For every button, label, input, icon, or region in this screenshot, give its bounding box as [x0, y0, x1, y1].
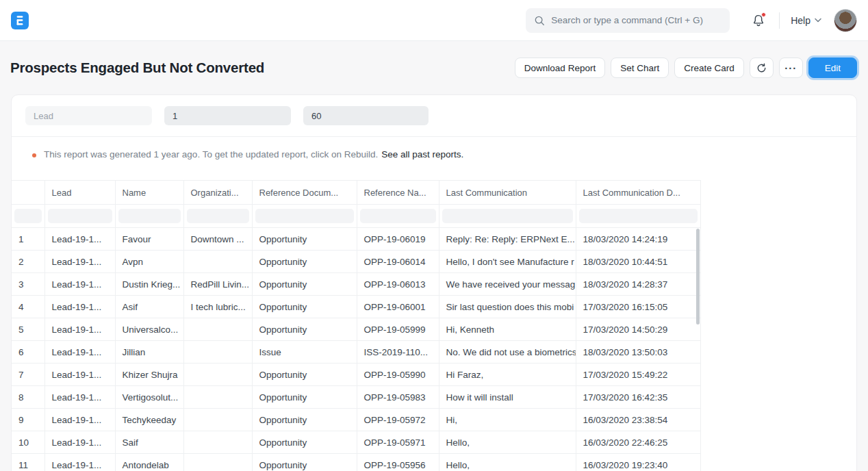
column-header-name[interactable]: Name [115, 181, 183, 205]
cell-reference-name[interactable]: OPP-19-05972 [357, 409, 439, 431]
edit-button[interactable]: Edit [808, 58, 857, 78]
cell-name[interactable]: Jillian [115, 341, 183, 364]
cell-lead[interactable]: Lead-19-1... [44, 454, 115, 471]
cell-index[interactable]: 3 [12, 273, 44, 296]
cell-name[interactable]: Avpn [115, 251, 183, 273]
cell-name[interactable]: Dustin Krieg... [115, 273, 183, 296]
cell-name[interactable]: Asif [115, 296, 183, 318]
lead-filter-input[interactable] [25, 106, 152, 125]
from-row-input[interactable] [164, 106, 291, 125]
cell-organization[interactable] [183, 386, 252, 409]
column-filter-input[interactable] [187, 209, 249, 223]
cell-last-communication-date[interactable]: 18/03/2020 13:50:03 [576, 341, 700, 364]
cell-reference-doctype[interactable]: Opportunity [252, 228, 357, 251]
table-vertical-scrollbar[interactable] [696, 229, 700, 324]
cell-name[interactable]: Favour [115, 228, 183, 251]
column-header-lead[interactable]: Lead [44, 181, 115, 205]
cell-last-communication[interactable]: Reply: Re: Reply: ERPNext E... [439, 228, 576, 251]
download-report-button[interactable]: Download Report [515, 58, 605, 78]
cell-organization[interactable] [183, 341, 252, 364]
see-past-reports-link[interactable]: See all past reports. [381, 149, 463, 160]
cell-last-communication[interactable]: No. We did not use a biometrics [439, 341, 576, 364]
cell-last-communication[interactable]: How it will install [439, 386, 576, 409]
cell-organization[interactable]: I tech lubric... [183, 296, 252, 318]
cell-last-communication[interactable]: We have received your messag [439, 273, 576, 296]
cell-last-communication-date[interactable]: 18/03/2020 14:28:37 [576, 273, 700, 296]
cell-reference-doctype[interactable]: Opportunity [252, 296, 357, 318]
cell-index[interactable]: 5 [12, 318, 44, 341]
cell-reference-doctype[interactable]: Opportunity [252, 409, 357, 431]
cell-last-communication-date[interactable]: 16/03/2020 23:38:54 [576, 409, 700, 431]
cell-reference-doctype[interactable]: Opportunity [252, 364, 357, 386]
cell-last-communication-date[interactable]: 16/03/2020 22:46:25 [576, 431, 700, 454]
cell-index[interactable]: 1 [12, 228, 44, 251]
cell-name[interactable]: Khizer Shujra [115, 364, 183, 386]
set-chart-button[interactable]: Set Chart [611, 58, 669, 78]
cell-reference-name[interactable]: OPP-19-06019 [357, 228, 439, 251]
cell-last-communication[interactable]: Hello, [439, 454, 576, 471]
column-header-last-communication-date[interactable]: Last Communication D... [576, 181, 700, 205]
cell-lead[interactable]: Lead-19-1... [44, 228, 115, 251]
cell-reference-doctype[interactable]: Opportunity [252, 431, 357, 454]
column-filter-input[interactable] [360, 209, 436, 223]
cell-reference-doctype[interactable]: Opportunity [252, 251, 357, 273]
cell-name[interactable]: Techykeeday [115, 409, 183, 431]
more-menu-button[interactable]: ··· [779, 58, 803, 78]
cell-index[interactable]: 10 [12, 431, 44, 454]
cell-reference-doctype[interactable]: Opportunity [252, 386, 357, 409]
create-card-button[interactable]: Create Card [674, 58, 744, 78]
column-filter-input[interactable] [14, 209, 42, 223]
cell-lead[interactable]: Lead-19-1... [44, 296, 115, 318]
cell-last-communication-date[interactable]: 17/03/2020 14:50:29 [576, 318, 700, 341]
cell-reference-name[interactable]: ISS-2019-110... [357, 341, 439, 364]
cell-name[interactable]: Antondelab [115, 454, 183, 471]
column-filter-input[interactable] [118, 209, 181, 223]
cell-organization[interactable]: Downtown ... [183, 228, 252, 251]
cell-organization[interactable] [183, 318, 252, 341]
column-header-index[interactable] [12, 181, 44, 205]
cell-last-communication-date[interactable]: 17/03/2020 16:15:05 [576, 296, 700, 318]
notifications-button[interactable] [752, 14, 765, 27]
cell-reference-doctype[interactable]: Opportunity [252, 318, 357, 341]
cell-organization[interactable] [183, 364, 252, 386]
cell-lead[interactable]: Lead-19-1... [44, 341, 115, 364]
cell-reference-name[interactable]: OPP-19-06013 [357, 273, 439, 296]
cell-lead[interactable]: Lead-19-1... [44, 251, 115, 273]
cell-last-communication[interactable]: Hello, I don't see Manufacture r [439, 251, 576, 273]
column-header-last-communication[interactable]: Last Communication [439, 181, 576, 205]
cell-reference-name[interactable]: OPP-19-06014 [357, 251, 439, 273]
cell-reference-name[interactable]: OPP-19-05983 [357, 386, 439, 409]
cell-reference-doctype[interactable]: Opportunity [252, 273, 357, 296]
column-filter-input[interactable] [48, 209, 112, 223]
cell-reference-doctype[interactable]: Opportunity [252, 454, 357, 471]
cell-lead[interactable]: Lead-19-1... [44, 409, 115, 431]
refresh-button[interactable] [750, 58, 774, 78]
cell-lead[interactable]: Lead-19-1... [44, 318, 115, 341]
cell-name[interactable]: Vertigosolut... [115, 386, 183, 409]
cell-lead[interactable]: Lead-19-1... [44, 364, 115, 386]
cell-organization[interactable] [183, 454, 252, 471]
cell-index[interactable]: 11 [12, 454, 44, 471]
cell-reference-name[interactable]: OPP-19-05971 [357, 431, 439, 454]
cell-index[interactable]: 9 [12, 409, 44, 431]
cell-last-communication[interactable]: Hi, Kenneth [439, 318, 576, 341]
column-header-reference-doctype[interactable]: Reference Docum... [252, 181, 357, 205]
cell-index[interactable]: 7 [12, 364, 44, 386]
cell-index[interactable]: 6 [12, 341, 44, 364]
cell-organization[interactable] [183, 251, 252, 273]
user-avatar[interactable] [834, 9, 857, 32]
cell-last-communication[interactable]: Hello, [439, 431, 576, 454]
cell-last-communication[interactable]: Hi Faraz, [439, 364, 576, 386]
cell-organization[interactable] [183, 431, 252, 454]
column-header-reference-name[interactable]: Reference Na... [357, 181, 439, 205]
help-menu[interactable]: Help [791, 15, 821, 26]
column-filter-input[interactable] [255, 209, 354, 223]
search-input[interactable] [551, 15, 722, 25]
cell-reference-name[interactable]: OPP-19-05990 [357, 364, 439, 386]
column-filter-input[interactable] [579, 209, 698, 223]
cell-lead[interactable]: Lead-19-1... [44, 386, 115, 409]
to-row-input[interactable] [303, 106, 429, 125]
cell-last-communication[interactable]: Sir last question does this mobi [439, 296, 576, 318]
cell-last-communication-date[interactable]: 16/03/2020 19:23:40 [576, 454, 700, 471]
column-header-organization[interactable]: Organizati... [183, 181, 252, 205]
